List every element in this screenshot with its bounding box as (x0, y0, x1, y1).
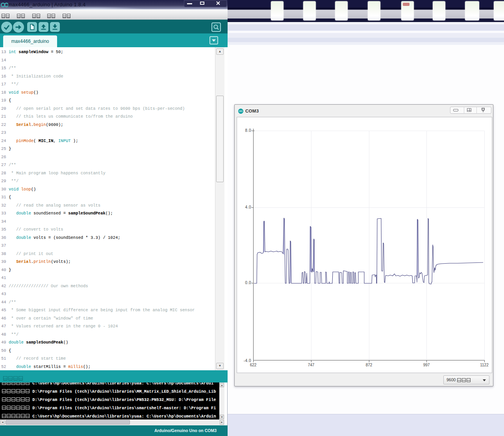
svg-text:747: 747 (308, 363, 315, 367)
svg-text:-4.0: -4.0 (244, 358, 251, 363)
svg-text:1122: 1122 (480, 363, 489, 367)
svg-text:997: 997 (423, 363, 430, 367)
svg-text:0.0: 0.0 (245, 281, 251, 285)
svg-text:872: 872 (366, 363, 372, 367)
svg-text:8.0: 8.0 (245, 128, 251, 133)
svg-text:4.0: 4.0 (245, 205, 251, 209)
svg-text:622: 622 (250, 363, 257, 367)
